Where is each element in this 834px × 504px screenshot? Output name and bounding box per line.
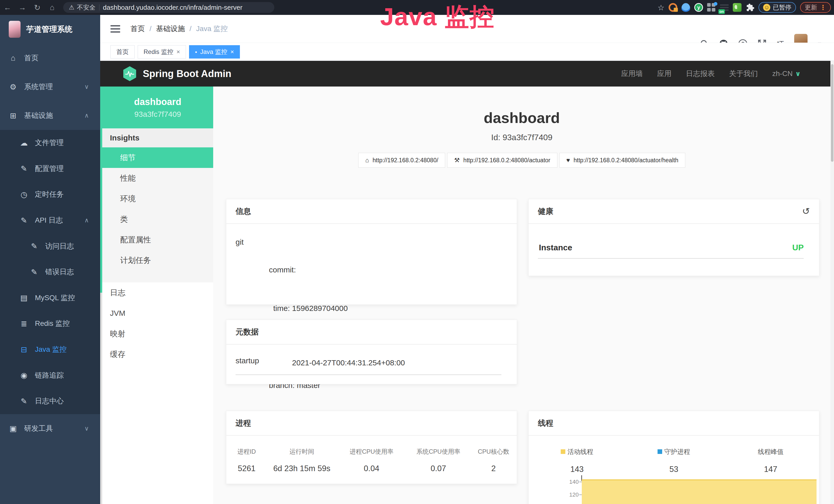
tab-home[interactable]: 首页 — [110, 45, 135, 59]
sidebar-item-mysql-monitor[interactable]: ▤ MySQL 监控 — [0, 285, 100, 311]
close-icon[interactable]: × — [231, 48, 234, 55]
service-url-button[interactable]: ⌂ http://192.168.0.2:48080/ — [358, 153, 445, 168]
locale-selector[interactable]: zh-CN ∨ — [772, 70, 800, 78]
back-icon[interactable]: ← — [0, 3, 15, 12]
extension-list-icon[interactable]: on — [720, 3, 729, 12]
tab-java-monitor[interactable]: ● Java 监控 × — [189, 45, 240, 59]
sba-item-classes[interactable]: 类 — [102, 209, 213, 230]
sba-item-caches[interactable]: 缓存 — [102, 344, 213, 365]
sba-nav-journal[interactable]: 日志报表 — [686, 69, 715, 78]
forward-icon[interactable]: → — [15, 3, 30, 12]
sba-item-environment[interactable]: 环境 — [102, 188, 213, 209]
status-badge: UP — [792, 243, 804, 252]
system-cpu-value: 0.07 — [407, 464, 470, 473]
extension-leaf-icon[interactable] — [733, 3, 742, 12]
extension-cluster: ☆ y on ☺ 已暂停 更新 ⋮ — [658, 0, 831, 15]
process-table-header: 进程ID 运行时间 进程CPU使用率 系统CPU使用率 CPU核心数 — [226, 448, 517, 456]
bookmark-star-icon[interactable]: ☆ — [658, 3, 664, 12]
sidebar-item-config-mgmt[interactable]: ✎ 配置管理 — [0, 156, 100, 182]
sidebar-item-redis-monitor[interactable]: ≣ Redis 监控 — [0, 311, 100, 337]
sba-item-mappings[interactable]: 映射 — [102, 323, 213, 344]
sidebar-item-infrastructure[interactable]: ⊞ 基础设施 ∧ — [0, 101, 100, 130]
breadcrumb: 首页 / 基础设施 / Java 监控 — [130, 24, 228, 33]
uptime-value: 6d 23h 15m 59s — [267, 464, 336, 473]
sba-instance-header[interactable]: dashboard 93a3fc7f7409 — [102, 87, 213, 129]
page-tabs: 首页 Redis 监控 × ● Java 监控 × — [100, 43, 834, 61]
pid-value: 5261 — [226, 464, 267, 473]
extension-grid-icon[interactable] — [707, 3, 716, 12]
sidebar-item-java-monitor[interactable]: ⊟ Java 监控 — [0, 337, 100, 363]
extension-y-icon[interactable]: y — [694, 3, 703, 12]
sba-item-metrics[interactable]: 性能 — [102, 168, 213, 188]
sba-item-scheduled-tasks[interactable]: 计划任务 — [102, 250, 213, 271]
sidebar-item-dev-tools[interactable]: ▣ 研发工具 ∨ — [0, 414, 100, 443]
sba-brand-title: Spring Boot Admin — [143, 68, 232, 79]
chevron-down-icon: ∨ — [84, 83, 89, 90]
sidebar-item-file-mgmt[interactable]: ☁ 文件管理 — [0, 130, 100, 156]
history-icon[interactable]: ↺ — [802, 206, 810, 217]
extension-pin-icon[interactable] — [681, 3, 690, 12]
breadcrumb-home[interactable]: 首页 — [130, 24, 145, 33]
actuator-url-button[interactable]: ⚒ http://192.168.0.2:48080/actuator — [447, 153, 557, 168]
sba-sidebar-scroll-track[interactable] — [100, 293, 102, 504]
sba-nav-about[interactable]: 关于我们 — [729, 69, 758, 78]
edit-icon: ✎ — [20, 164, 28, 173]
log-icon: ✎ — [20, 397, 28, 406]
tab-redis-monitor[interactable]: Redis 监控 × — [138, 45, 186, 59]
cloud-upload-icon: ☁ — [20, 138, 28, 147]
log-icon: ✎ — [30, 268, 39, 276]
chevron-up-icon: ∧ — [84, 112, 89, 119]
sba-sidebar-scrollbar[interactable] — [100, 87, 102, 293]
hamburger-icon[interactable] — [110, 25, 120, 32]
sba-nav-wallboard[interactable]: 应用墙 — [621, 69, 643, 78]
sba-item-logs[interactable]: 日志 — [102, 282, 213, 303]
profile-paused-badge[interactable]: ☺ 已暂停 — [759, 2, 796, 13]
sba-content: dashboard Id: 93a3fc7f7409 ⌂ http://192.… — [213, 87, 830, 504]
process-card-title: 进程 — [226, 411, 517, 436]
toolbox-icon: ▣ — [9, 424, 18, 433]
browser-update-button[interactable]: 更新 ⋮ — [800, 2, 831, 13]
sba-logo[interactable]: Spring Boot Admin — [122, 66, 232, 82]
breadcrumb-infrastructure[interactable]: 基础设施 — [156, 24, 185, 33]
annotation-text: Java 监控 — [380, 1, 495, 34]
chevron-down-icon: ∨ — [84, 425, 89, 432]
sba-nav-applications[interactable]: 应用 — [657, 69, 672, 78]
not-secure-label: 不安全 — [77, 3, 95, 12]
sidebar-item-tracing[interactable]: ◉ 链路追踪 — [0, 362, 100, 388]
sba-insights-items: 细节 性能 环境 类 配置属性 计划任务 — [102, 147, 213, 282]
gear-icon: ⚙ — [9, 83, 18, 91]
not-secure-warning-icon: ⚠ — [69, 4, 74, 11]
divider — [538, 258, 804, 259]
address-divider — [99, 4, 100, 10]
wrench-icon: ⚒ — [454, 157, 460, 164]
app-logo[interactable]: 芋道管理系统 — [0, 15, 100, 44]
sba-item-jvm[interactable]: JVM — [102, 303, 213, 323]
sidebar-item-api-logs[interactable]: ✎ API 日志 ∧ — [0, 207, 100, 233]
page-scrollbar-thumb[interactable] — [831, 64, 833, 162]
eye-icon: ◉ — [20, 371, 28, 380]
java-monitor-icon: ⊟ — [20, 345, 28, 354]
health-url-button[interactable]: ♥ http://192.168.0.2:48080/actuator/heal… — [559, 153, 685, 168]
extension-orange-icon[interactable] — [668, 3, 677, 12]
divider — [236, 374, 501, 375]
close-icon[interactable]: × — [176, 48, 180, 55]
reload-icon[interactable]: ↻ — [30, 3, 45, 12]
sidebar-item-log-center[interactable]: ✎ 日志中心 — [0, 388, 100, 414]
sba-item-details[interactable]: 细节 — [102, 147, 213, 168]
sba-item-config-props[interactable]: 配置属性 — [102, 230, 213, 250]
sidebar-item-system-mgmt[interactable]: ⚙ 系统管理 ∨ — [0, 72, 100, 101]
database-icon: ▤ — [20, 293, 28, 302]
active-dot-icon: ● — [195, 50, 197, 54]
sba-root-items: 日志 JVM 映射 缓存 — [102, 282, 213, 365]
live-threads-legend-icon — [561, 449, 565, 454]
live-threads-value: 143 — [529, 465, 626, 474]
sidebar-item-error-logs[interactable]: ✎ 错误日志 — [0, 259, 100, 285]
sidebar-item-access-logs[interactable]: ✎ 访问日志 — [0, 233, 100, 259]
address-bar[interactable]: ⚠ 不安全 dashboard.yudao.iocoder.cn/infra/a… — [63, 2, 274, 13]
sidebar-item-home[interactable]: ⌂ 首页 — [0, 44, 100, 72]
sidebar-item-scheduled-jobs[interactable]: ◷ 定时任务 — [0, 182, 100, 207]
puzzle-extensions-icon[interactable] — [746, 3, 754, 12]
instance-links: ⌂ http://192.168.0.2:48080/ ⚒ http://192… — [213, 153, 830, 168]
browser-home-icon[interactable]: ⌂ — [45, 3, 60, 12]
kebab-menu-icon[interactable]: ⋮ — [820, 4, 826, 12]
